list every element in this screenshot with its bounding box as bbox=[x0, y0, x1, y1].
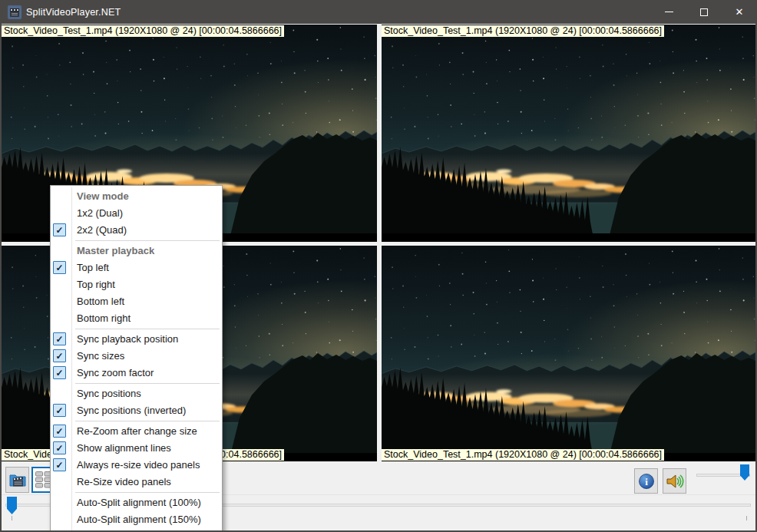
menu-check-icon: ✓ bbox=[53, 366, 66, 379]
video-label: Stock_Video_Test_1.mp4 (1920X1080 @ 24) … bbox=[382, 25, 664, 37]
menu-separator bbox=[75, 240, 220, 241]
menu-check-icon: ✓ bbox=[53, 425, 66, 438]
menu-item-bottom-left[interactable]: Bottom left bbox=[51, 293, 222, 310]
menu-item-sync-positions[interactable]: Sync positions bbox=[51, 385, 222, 402]
menu-item-sync-sizes[interactable]: ✓Sync sizes bbox=[51, 348, 222, 365]
volume-slider-thumb[interactable] bbox=[740, 464, 749, 481]
menu-item-label: Sync playback position bbox=[77, 333, 178, 345]
seek-bar-thumb[interactable] bbox=[7, 497, 17, 514]
menu-item-label: View mode bbox=[77, 190, 129, 202]
close-icon: ✕ bbox=[736, 7, 744, 17]
menu-item-re-zoom-after-change-size[interactable]: ✓Re-Zoom after change size bbox=[51, 423, 222, 440]
menu-separator bbox=[75, 492, 220, 493]
audio-button[interactable] bbox=[663, 468, 686, 494]
menu-check-icon: ✓ bbox=[53, 223, 66, 236]
menu-item-auto-split-alignment-100[interactable]: Auto-Split alignment (100%) bbox=[51, 494, 222, 511]
menu-item-label: Top left bbox=[77, 262, 109, 273]
seek-tick-end bbox=[746, 516, 747, 520]
maximize-icon bbox=[700, 8, 708, 16]
menu-item-label: Bottom right bbox=[77, 312, 131, 324]
menu-item-show-alignment-lines[interactable]: ✓Show alignment lines bbox=[51, 440, 222, 457]
minimize-button[interactable] bbox=[651, 0, 686, 24]
video-frame bbox=[382, 25, 755, 242]
menu-separator bbox=[75, 329, 220, 329]
menu-check-icon: ✓ bbox=[53, 404, 66, 417]
open-video-button[interactable] bbox=[5, 467, 29, 493]
context-menu-items: View mode1x2 (Dual)✓2x2 (Quad)Master pla… bbox=[51, 188, 222, 528]
info-button[interactable] bbox=[634, 468, 658, 494]
close-button[interactable]: ✕ bbox=[722, 0, 757, 24]
menu-item-label: Sync positions bbox=[77, 388, 141, 399]
menu-item-top-right[interactable]: Top right bbox=[51, 276, 222, 293]
video-label: Stock_Video_Test_1.mp4 (1920X1080 @ 24) … bbox=[2, 25, 284, 37]
open-video-icon bbox=[8, 471, 27, 489]
video-frame bbox=[382, 246, 755, 461]
menu-check-icon: ✓ bbox=[53, 441, 66, 454]
menu-item-label: Bottom left bbox=[77, 296, 124, 307]
menu-item-bottom-right[interactable]: Bottom right bbox=[51, 310, 222, 327]
video-panel-top-right[interactable]: Stock_Video_Test_1.mp4 (1920X1080 @ 24) … bbox=[382, 25, 755, 242]
menu-item-label: 2x2 (Quad) bbox=[77, 224, 127, 236]
menu-item-label: 1x2 (Dual) bbox=[77, 207, 123, 219]
speaker-icon bbox=[666, 472, 684, 491]
video-panel-bottom-right[interactable]: Stock_Video_Test_1.mp4 (1920X1080 @ 24) … bbox=[382, 246, 755, 461]
menu-check-icon: ✓ bbox=[53, 261, 66, 274]
menu-item-sync-playback-position[interactable]: ✓Sync playback position bbox=[51, 331, 222, 348]
menu-item-label: Sync positions (inverted) bbox=[77, 405, 186, 416]
seek-tick-start bbox=[12, 516, 12, 520]
menu-separator bbox=[75, 383, 220, 384]
menu-item-label: Sync zoom factor bbox=[77, 367, 154, 378]
menu-item-sync-positions-inverted[interactable]: ✓Sync positions (inverted) bbox=[51, 402, 222, 419]
maximize-button[interactable] bbox=[686, 0, 722, 24]
menu-item-label: Always re-size video panels bbox=[77, 459, 200, 471]
menu-item-top-left[interactable]: ✓Top left bbox=[51, 259, 222, 276]
menu-header-master-playback: Master playback bbox=[51, 243, 222, 259]
menu-item-label: Top right bbox=[77, 279, 115, 290]
menu-separator bbox=[75, 421, 220, 421]
menu-item-re-size-video-panels[interactable]: Re-Size video panels bbox=[51, 474, 222, 491]
menu-item-auto-split-alignment-150[interactable]: Auto-Split alignment (150%) bbox=[51, 511, 222, 528]
menu-item-label: Auto-Split alignment (100%) bbox=[77, 497, 201, 508]
title-bar: SplitVideoPlayer.NET ✕ bbox=[0, 0, 757, 24]
context-menu: View mode1x2 (Dual)✓2x2 (Quad)Master pla… bbox=[50, 185, 223, 532]
menu-item-label: Re-Zoom after change size bbox=[77, 425, 197, 437]
menu-item-1x2-dual[interactable]: 1x2 (Dual) bbox=[51, 205, 222, 222]
app-window: SplitVideoPlayer.NET ✕ Stock_Video_Test_… bbox=[0, 0, 757, 532]
window-title: SplitVideoPlayer.NET bbox=[26, 7, 121, 18]
menu-check-icon: ✓ bbox=[53, 458, 66, 471]
menu-item-always-re-size-video-panels[interactable]: ✓Always re-size video panels bbox=[51, 457, 222, 474]
menu-item-label: Auto-Split alignment (150%) bbox=[77, 514, 201, 525]
menu-header-view-mode: View mode bbox=[51, 188, 222, 205]
menu-item-label: Re-Size video panels bbox=[77, 476, 171, 487]
minimize-icon bbox=[665, 12, 673, 12]
info-icon bbox=[638, 473, 655, 490]
menu-item-label: Sync sizes bbox=[77, 350, 124, 362]
menu-check-icon: ✓ bbox=[53, 349, 66, 362]
app-icon bbox=[8, 5, 21, 19]
menu-item-2x2-quad[interactable]: ✓2x2 (Quad) bbox=[51, 222, 222, 239]
video-label: Stock_Video_Test_1.mp4 (1920X1080 @ 24) … bbox=[382, 449, 664, 461]
window-controls: ✕ bbox=[651, 0, 757, 24]
menu-item-sync-zoom-factor[interactable]: ✓Sync zoom factor bbox=[51, 365, 222, 382]
menu-item-label: Show alignment lines bbox=[77, 442, 171, 454]
menu-check-icon: ✓ bbox=[53, 332, 66, 345]
menu-item-label: Master playback bbox=[77, 245, 154, 256]
